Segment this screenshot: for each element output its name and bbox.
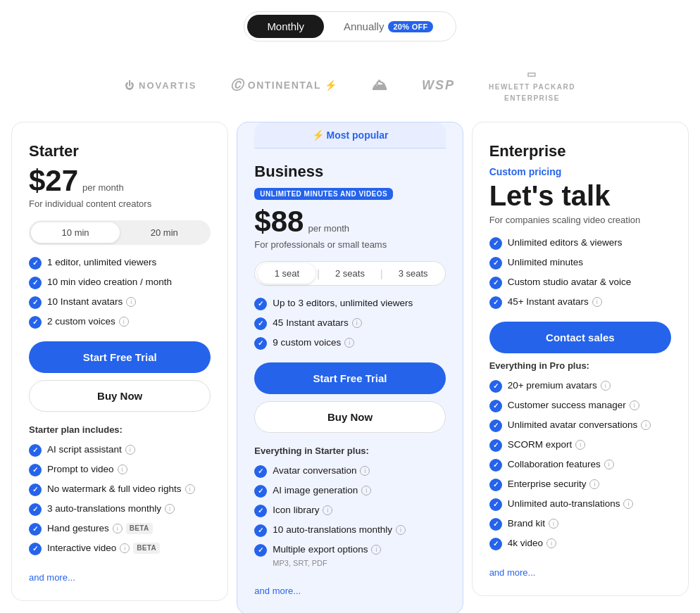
starter-duration-toggle: 10 min 20 min	[29, 220, 211, 245]
list-item: Unlimited minutes	[489, 256, 671, 270]
list-item: 2 custom voices i	[29, 315, 211, 329]
list-item: 3 auto-translations monthly i	[29, 503, 211, 516]
business-desc: For professionals or small teams	[254, 239, 445, 250]
info-icon[interactable]: i	[549, 519, 558, 529]
enterprise-cta-primary[interactable]: Contact sales	[489, 322, 671, 353]
business-period: per month	[308, 223, 349, 234]
list-item: 45 Instant avatars i	[254, 317, 445, 330]
info-icon[interactable]: i	[344, 338, 354, 348]
monthly-toggle-btn[interactable]: Monthly	[247, 15, 324, 38]
business-includes-list: Avatar conversation i AI image generatio…	[254, 465, 445, 569]
list-item: 1 editor, unlimited viewers	[29, 256, 211, 270]
check-icon	[489, 237, 502, 250]
list-item: Unlimited avatar conversations i	[489, 419, 671, 432]
business-cta-primary[interactable]: Start Free Trial	[254, 362, 445, 394]
enterprise-feature-list: Unlimited editors & viewers Unlimited mi…	[489, 236, 671, 309]
enterprise-desc: For companies scaling video creation	[489, 215, 671, 225]
list-item: AI script assistant i	[29, 443, 211, 457]
list-item: Custom studio avatar & voice	[489, 276, 671, 289]
info-icon[interactable]: i	[323, 505, 332, 515]
info-icon[interactable]: i	[125, 445, 135, 455]
info-icon[interactable]: i	[589, 479, 599, 489]
info-icon[interactable]: i	[592, 297, 602, 307]
check-icon	[489, 380, 502, 393]
list-item: Interactive video i BETA	[29, 542, 211, 555]
business-cta-secondary[interactable]: Buy Now	[254, 401, 445, 433]
list-item: SCORM export i	[489, 438, 671, 452]
info-icon[interactable]: i	[623, 499, 633, 509]
seat-3-btn[interactable]: 3 seats	[385, 263, 442, 284]
seat-2-btn[interactable]: 2 seats	[321, 263, 379, 284]
check-icon	[29, 316, 42, 329]
info-icon[interactable]: i	[120, 543, 130, 553]
info-icon[interactable]: i	[630, 400, 639, 410]
info-icon[interactable]: i	[371, 545, 381, 555]
starter-price: $27	[29, 166, 78, 196]
check-icon	[489, 419, 502, 432]
check-icon	[489, 498, 502, 511]
list-item: Collaboration features i	[489, 458, 671, 472]
list-item: Enterprise security i	[489, 478, 671, 491]
custom-pricing-label: Custom pricing	[489, 166, 671, 177]
info-icon[interactable]: i	[165, 504, 175, 514]
check-icon	[254, 524, 267, 537]
info-icon[interactable]: i	[575, 440, 585, 450]
check-icon	[489, 479, 502, 491]
business-includes-title: Everything in Starter plus:	[254, 445, 445, 456]
logos-row: ⏻ NOVARTIS Ⓒ ontinental ⚡ ⛰ WSP ▭ Hewlet…	[0, 56, 700, 122]
list-item: Multiple export options i MP3, SRT, PDF	[254, 543, 445, 569]
list-item: Customer success manager i	[489, 399, 671, 412]
business-plan-card: ⚡ Most popular Business UNLIMITED MINUTE…	[237, 122, 463, 613]
list-item: Unlimited auto-translations i	[489, 498, 671, 511]
export-sub-note: MP3, SRT, PDF	[273, 558, 381, 569]
info-icon[interactable]: i	[546, 538, 556, 548]
list-item: Hand gestures i BETA	[29, 522, 211, 536]
list-item: 4k video i	[489, 537, 671, 550]
info-icon[interactable]: i	[360, 466, 370, 476]
info-icon[interactable]: i	[396, 525, 406, 535]
check-icon	[254, 544, 267, 557]
info-icon[interactable]: i	[604, 460, 614, 469]
check-icon	[254, 317, 267, 330]
billing-toggle: Monthly Annually 20% OFF	[244, 11, 456, 42]
starter-includes-title: Starter plan includes:	[29, 424, 211, 435]
list-item: 10 min video creation / month	[29, 276, 211, 289]
list-item: Brand kit i	[489, 517, 671, 531]
enterprise-and-more[interactable]: and more...	[489, 567, 536, 578]
enterprise-headline: Let's talk	[489, 180, 671, 212]
list-item: 10 Instant avatars i	[29, 296, 211, 309]
annually-toggle-btn[interactable]: Annually 20% OFF	[324, 15, 453, 38]
check-icon	[489, 400, 502, 412]
logo-novartis: ⏻ NOVARTIS	[125, 80, 196, 91]
starter-plan-name: Starter	[29, 142, 211, 160]
starter-price-row: $27 per month	[29, 166, 211, 196]
logo-wsp: WSP	[422, 78, 455, 93]
info-icon[interactable]: i	[641, 420, 651, 430]
info-icon[interactable]: i	[601, 381, 611, 391]
info-icon[interactable]: i	[126, 297, 136, 307]
beta-badge: BETA	[126, 523, 153, 534]
list-item: 20+ premium avatars i	[489, 379, 671, 393]
business-and-more[interactable]: and more...	[254, 586, 301, 596]
info-icon[interactable]: i	[361, 486, 371, 495]
info-icon[interactable]: i	[352, 318, 362, 328]
starter-and-more[interactable]: and more...	[29, 572, 75, 583]
info-icon[interactable]: i	[113, 524, 123, 533]
starter-cta-secondary[interactable]: Buy Now	[29, 380, 211, 412]
starter-cta-primary[interactable]: Start Free Trial	[29, 341, 211, 373]
enterprise-includes-title: Everything in Pro plus:	[489, 360, 671, 371]
info-icon[interactable]: i	[119, 317, 129, 327]
annually-label: Annually	[344, 20, 385, 32]
info-icon[interactable]: i	[118, 465, 127, 474]
logo-hewlett-packard: ▭ Hewlett Packard Enterprise	[489, 68, 575, 102]
check-icon	[489, 518, 502, 531]
info-icon[interactable]: i	[185, 484, 195, 494]
duration-20min-btn[interactable]: 20 min	[120, 222, 208, 243]
beta-badge: BETA	[133, 543, 160, 554]
starter-feature-list: 1 editor, unlimited viewers 10 min video…	[29, 256, 211, 329]
seat-1-btn[interactable]: 1 seat	[258, 263, 315, 284]
list-item: AI image generation i	[254, 484, 445, 498]
duration-10min-btn[interactable]: 10 min	[31, 222, 120, 243]
enterprise-plan-name: Enterprise	[489, 142, 671, 160]
check-icon	[489, 459, 502, 472]
